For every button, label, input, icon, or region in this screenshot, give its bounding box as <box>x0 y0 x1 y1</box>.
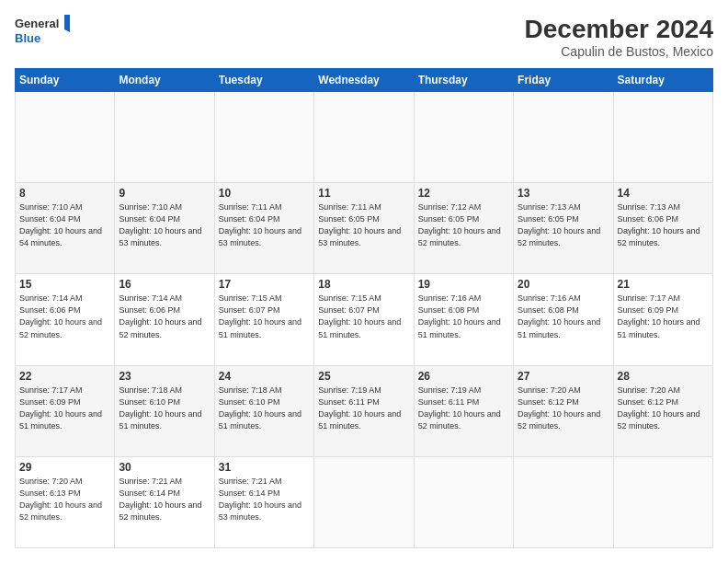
table-row: 17 Sunrise: 7:15 AMSunset: 6:07 PMDaylig… <box>214 274 313 365</box>
table-row: 13 Sunrise: 7:13 AMSunset: 6:05 PMDaylig… <box>514 183 613 274</box>
day-info: Sunrise: 7:20 AMSunset: 6:13 PMDaylight:… <box>19 476 110 523</box>
day-info: Sunrise: 7:19 AMSunset: 6:11 PMDaylight:… <box>318 385 409 432</box>
day-info: Sunrise: 7:20 AMSunset: 6:12 PMDaylight:… <box>518 385 609 432</box>
table-row: 26 Sunrise: 7:19 AMSunset: 6:11 PMDaylig… <box>414 365 513 456</box>
day-info: Sunrise: 7:19 AMSunset: 6:11 PMDaylight:… <box>418 385 509 432</box>
table-row: 16 Sunrise: 7:14 AMSunset: 6:06 PMDaylig… <box>115 274 214 365</box>
calendar-page: General Blue December 2024 Capulin de Bu… <box>0 0 728 563</box>
table-row <box>314 456 414 547</box>
table-row: 29 Sunrise: 7:20 AMSunset: 6:13 PMDaylig… <box>16 456 115 547</box>
col-sunday: Sunday <box>16 69 115 92</box>
day-number: 11 <box>318 187 409 200</box>
table-row: 15 Sunrise: 7:14 AMSunset: 6:06 PMDaylig… <box>16 274 115 365</box>
day-info: Sunrise: 7:15 AMSunset: 6:07 PMDaylight:… <box>318 293 409 340</box>
day-info: Sunrise: 7:16 AMSunset: 6:08 PMDaylight:… <box>518 293 609 340</box>
table-row: 14 Sunrise: 7:13 AMSunset: 6:06 PMDaylig… <box>613 183 712 274</box>
day-number: 19 <box>418 278 509 291</box>
day-number: 9 <box>119 187 210 200</box>
day-info: Sunrise: 7:21 AMSunset: 6:14 PMDaylight:… <box>119 476 210 523</box>
table-row: 9 Sunrise: 7:10 AMSunset: 6:04 PMDayligh… <box>115 183 214 274</box>
table-row: 24 Sunrise: 7:18 AMSunset: 6:10 PMDaylig… <box>214 365 313 456</box>
col-wednesday: Wednesday <box>314 69 414 92</box>
day-number: 15 <box>19 278 110 291</box>
day-info: Sunrise: 7:11 AMSunset: 6:04 PMDaylight:… <box>219 201 310 249</box>
day-info: Sunrise: 7:16 AMSunset: 6:08 PMDaylight:… <box>418 293 509 340</box>
table-row <box>314 92 414 183</box>
table-row <box>16 92 115 183</box>
table-row: 19 Sunrise: 7:16 AMSunset: 6:08 PMDaylig… <box>414 274 513 365</box>
day-number: 27 <box>518 370 609 383</box>
calendar-table: Sunday Monday Tuesday Wednesday Thursday… <box>15 68 713 548</box>
table-row: 11 Sunrise: 7:11 AMSunset: 6:05 PMDaylig… <box>314 183 414 274</box>
table-row: 28 Sunrise: 7:20 AMSunset: 6:12 PMDaylig… <box>613 365 712 456</box>
table-row: 22 Sunrise: 7:17 AMSunset: 6:09 PMDaylig… <box>16 365 115 456</box>
day-info: Sunrise: 7:21 AMSunset: 6:14 PMDaylight:… <box>219 476 310 523</box>
day-number: 16 <box>119 278 210 291</box>
col-saturday: Saturday <box>613 69 712 92</box>
table-row <box>414 456 513 547</box>
day-number: 23 <box>119 370 210 383</box>
table-row: 8 Sunrise: 7:10 AMSunset: 6:04 PMDayligh… <box>16 183 115 274</box>
title-block: December 2024 Capulin de Bustos, Mexico <box>525 15 713 59</box>
calendar-header-row: Sunday Monday Tuesday Wednesday Thursday… <box>16 69 713 92</box>
table-row: 20 Sunrise: 7:16 AMSunset: 6:08 PMDaylig… <box>514 274 613 365</box>
day-info: Sunrise: 7:10 AMSunset: 6:04 PMDaylight:… <box>19 201 110 249</box>
page-subtitle: Capulin de Bustos, Mexico <box>525 44 713 59</box>
page-title: December 2024 <box>525 15 713 44</box>
table-row: 12 Sunrise: 7:12 AMSunset: 6:05 PMDaylig… <box>414 183 513 274</box>
day-number: 30 <box>119 461 210 474</box>
logo-icon: General Blue <box>15 15 70 48</box>
day-number: 21 <box>618 278 709 291</box>
day-info: Sunrise: 7:14 AMSunset: 6:06 PMDaylight:… <box>119 293 210 340</box>
page-header: General Blue December 2024 Capulin de Bu… <box>15 15 713 59</box>
col-tuesday: Tuesday <box>214 69 313 92</box>
day-info: Sunrise: 7:18 AMSunset: 6:10 PMDaylight:… <box>219 385 310 432</box>
day-info: Sunrise: 7:20 AMSunset: 6:12 PMDaylight:… <box>618 385 709 432</box>
col-thursday: Thursday <box>414 69 513 92</box>
table-row: 31 Sunrise: 7:21 AMSunset: 6:14 PMDaylig… <box>214 456 313 547</box>
table-row: 10 Sunrise: 7:11 AMSunset: 6:04 PMDaylig… <box>214 183 313 274</box>
day-number: 22 <box>19 370 110 383</box>
day-number: 18 <box>318 278 409 291</box>
day-info: Sunrise: 7:11 AMSunset: 6:05 PMDaylight:… <box>318 201 409 249</box>
day-info: Sunrise: 7:10 AMSunset: 6:04 PMDaylight:… <box>119 201 210 249</box>
day-number: 26 <box>418 370 509 383</box>
day-number: 25 <box>318 370 409 383</box>
day-number: 13 <box>518 187 609 200</box>
table-row <box>115 92 214 183</box>
svg-text:Blue: Blue <box>15 31 40 45</box>
table-row <box>514 92 613 183</box>
day-number: 31 <box>219 461 310 474</box>
day-number: 20 <box>518 278 609 291</box>
table-row <box>214 92 313 183</box>
day-info: Sunrise: 7:17 AMSunset: 6:09 PMDaylight:… <box>19 385 110 432</box>
day-info: Sunrise: 7:17 AMSunset: 6:09 PMDaylight:… <box>618 293 709 340</box>
svg-marker-2 <box>64 15 70 33</box>
day-info: Sunrise: 7:13 AMSunset: 6:06 PMDaylight:… <box>618 201 709 249</box>
day-number: 29 <box>19 461 110 474</box>
table-row: 30 Sunrise: 7:21 AMSunset: 6:14 PMDaylig… <box>115 456 214 547</box>
day-number: 14 <box>618 187 709 200</box>
table-row <box>613 456 712 547</box>
col-friday: Friday <box>514 69 613 92</box>
svg-text:General: General <box>15 17 59 30</box>
table-row: 21 Sunrise: 7:17 AMSunset: 6:09 PMDaylig… <box>613 274 712 365</box>
table-row <box>414 92 513 183</box>
day-info: Sunrise: 7:15 AMSunset: 6:07 PMDaylight:… <box>219 293 310 340</box>
col-monday: Monday <box>115 69 214 92</box>
table-row <box>613 92 712 183</box>
table-row: 18 Sunrise: 7:15 AMSunset: 6:07 PMDaylig… <box>314 274 414 365</box>
table-row: 23 Sunrise: 7:18 AMSunset: 6:10 PMDaylig… <box>115 365 214 456</box>
table-row: 27 Sunrise: 7:20 AMSunset: 6:12 PMDaylig… <box>514 365 613 456</box>
day-info: Sunrise: 7:13 AMSunset: 6:05 PMDaylight:… <box>518 201 609 249</box>
table-row <box>514 456 613 547</box>
day-number: 28 <box>618 370 709 383</box>
logo: General Blue <box>15 15 70 48</box>
day-number: 12 <box>418 187 509 200</box>
day-number: 24 <box>219 370 310 383</box>
day-info: Sunrise: 7:12 AMSunset: 6:05 PMDaylight:… <box>418 201 509 249</box>
table-row: 25 Sunrise: 7:19 AMSunset: 6:11 PMDaylig… <box>314 365 414 456</box>
day-number: 17 <box>219 278 310 291</box>
day-number: 8 <box>19 187 110 200</box>
day-info: Sunrise: 7:18 AMSunset: 6:10 PMDaylight:… <box>119 385 210 432</box>
